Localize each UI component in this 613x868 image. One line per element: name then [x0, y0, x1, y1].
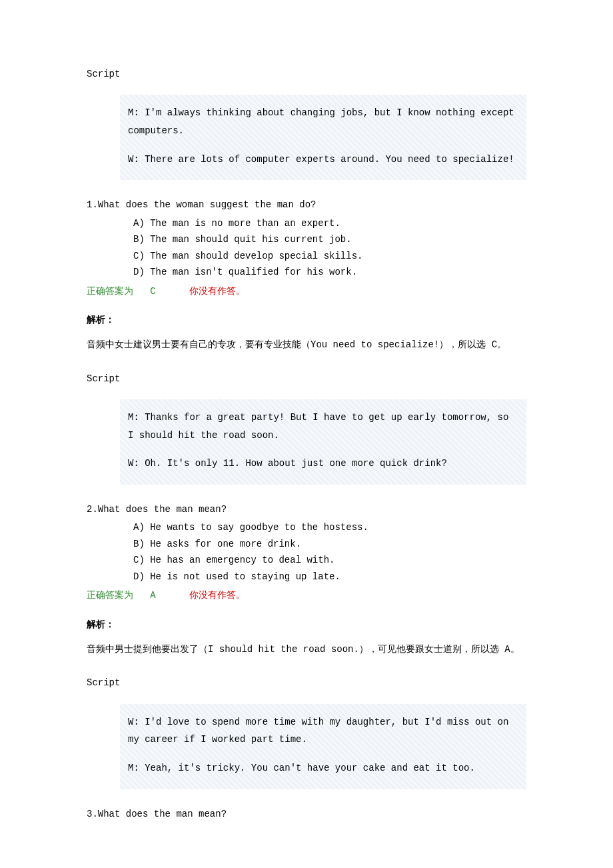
option-c: C) The man should develop special skills… — [133, 248, 526, 265]
question-text-1: 1.What does the woman suggest the man do… — [87, 197, 526, 212]
script-box-1: M: I'm always thinking about changing jo… — [120, 95, 526, 180]
correct-letter-2: A — [150, 590, 155, 601]
answer-row-1: 正确答案为 C 你没有作答。 — [87, 283, 526, 299]
options-1: A) The man is no more than an expert. B)… — [133, 215, 526, 281]
not-answered-2: 你没有作答。 — [189, 589, 245, 600]
script-line: M: I'm always thinking about changing jo… — [128, 104, 518, 139]
correct-label: 正确答案为 — [87, 285, 133, 296]
script-line: M: Yeah, it's tricky. You can't have you… — [128, 759, 518, 777]
explain-label-1: 解析： — [87, 312, 526, 327]
option-d: D) He is not used to staying up late. — [133, 569, 526, 585]
option-d: D) The man isn't qualified for his work. — [133, 264, 526, 281]
option-a: A) The man is no more than an expert. — [133, 215, 526, 232]
question-text-3: 3.What does the man mean? — [87, 807, 526, 821]
script-line: W: I'd love to spend more time with my d… — [128, 713, 518, 749]
correct-letter-1: C — [150, 286, 155, 297]
explain-label-2: 解析： — [87, 617, 526, 631]
option-a: A) He wants to say goodbye to the hostes… — [133, 519, 526, 536]
option-b: B) He asks for one more drink. — [133, 536, 526, 553]
correct-value — [139, 590, 150, 601]
script-line: W: There are lots of computer experts ar… — [128, 151, 518, 169]
option-c: C) He has an emergency to deal with. — [133, 552, 526, 569]
script-label-3: Script — [87, 675, 526, 690]
explain-text-2: 音频中男士提到他要出发了（I should hit the road soon.… — [87, 642, 526, 657]
not-answered-1: 你没有作答。 — [189, 285, 245, 296]
options-2: A) He wants to say goodbye to the hostes… — [133, 519, 526, 585]
script-box-3: W: I'd love to spend more time with my d… — [120, 704, 526, 789]
script-label-1: Script — [87, 67, 526, 81]
script-line: W: Oh. It's only 11. How about just one … — [128, 455, 518, 473]
option-b: B) The man should quit his current job. — [133, 231, 526, 248]
correct-label: 正确答案为 — [87, 589, 133, 600]
correct-value — [139, 286, 150, 297]
script-line: M: Thanks for a great party! But I have … — [128, 409, 518, 444]
script-label-2: Script — [87, 371, 526, 386]
script-box-2: M: Thanks for a great party! But I have … — [120, 399, 526, 485]
question-text-2: 2.What does the man mean? — [87, 502, 526, 517]
answer-row-2: 正确答案为 A 你没有作答。 — [87, 587, 526, 603]
explain-text-1: 音频中女士建议男士要有自己的专攻，要有专业技能（You need to spec… — [87, 337, 526, 352]
